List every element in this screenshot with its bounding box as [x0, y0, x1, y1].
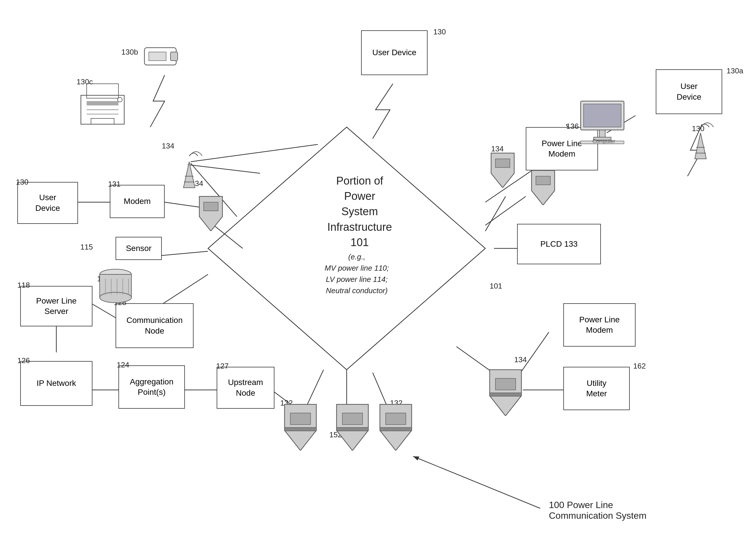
- svg-point-34: [117, 97, 122, 102]
- svg-rect-35: [91, 118, 114, 124]
- user-device-left: UserDevice: [17, 182, 78, 224]
- transceiver-right-top1: [488, 150, 517, 188]
- ref-130-left: 130: [16, 178, 28, 186]
- printer-130c: [75, 78, 133, 130]
- svg-marker-53: [491, 153, 514, 188]
- transceiver-bottom-right1: [376, 402, 416, 451]
- wireless-tower-134-center: [170, 139, 208, 190]
- svg-rect-58: [290, 413, 311, 425]
- device-130b: [142, 42, 182, 71]
- ref-130a: 130a: [726, 66, 743, 75]
- modem-box: Modem: [110, 185, 165, 218]
- sub-text: (e.g.,MV power line 110;LV power line 11…: [295, 251, 419, 296]
- ref-118: 118: [17, 281, 30, 290]
- svg-rect-68: [490, 393, 521, 396]
- computer-130a: Computer: [575, 98, 633, 144]
- svg-line-24: [191, 144, 318, 162]
- svg-line-15: [485, 197, 506, 231]
- svg-line-28: [413, 456, 540, 508]
- transceiver-154: [485, 367, 526, 416]
- svg-point-71: [100, 292, 131, 303]
- transceiver-left: [197, 194, 225, 231]
- transceiver-bottom-left: [280, 402, 321, 451]
- cylinder-135: [95, 266, 136, 306]
- bottom-system-label: 100 Power LineCommunication System: [549, 500, 647, 521]
- svg-rect-64: [386, 413, 406, 425]
- svg-rect-47: [599, 130, 605, 137]
- user-device-top-center: User Device: [361, 30, 427, 75]
- svg-rect-62: [337, 427, 368, 431]
- ip-network-box: IP Network: [20, 361, 93, 406]
- ref-130b: 130b: [121, 48, 138, 57]
- svg-rect-52: [204, 202, 218, 211]
- svg-marker-55: [531, 170, 555, 205]
- svg-marker-51: [199, 197, 222, 231]
- svg-rect-30: [87, 84, 118, 98]
- svg-line-16: [485, 197, 526, 225]
- svg-rect-38: [149, 52, 166, 61]
- transceiver-bottom-mid: [332, 402, 373, 451]
- svg-rect-54: [495, 159, 510, 168]
- ref-162: 162: [633, 361, 646, 371]
- ref-126: 126: [17, 356, 30, 365]
- upstream-node: UpstreamNode: [217, 367, 274, 409]
- svg-rect-61: [342, 413, 363, 425]
- plcd-box: PLCD 133: [517, 224, 601, 264]
- power-line-modem-bottom-right: Power LineModem: [563, 303, 635, 347]
- power-line-server: Power LineServer: [20, 286, 93, 326]
- diagram-container: User Device 130 UserDevice 130 UserDevic…: [0, 0, 756, 556]
- svg-marker-39: [183, 162, 195, 188]
- main-title: Portion ofPowerSystemInfrastructure101: [309, 173, 410, 250]
- ref-130-top: 130: [433, 28, 446, 36]
- ref-101: 101: [490, 282, 502, 290]
- sensor-box: Sensor: [115, 237, 162, 260]
- svg-marker-42: [695, 133, 706, 159]
- svg-rect-31: [87, 101, 118, 105]
- svg-text:Computer: Computer: [592, 138, 615, 144]
- user-device-right: UserDevice: [656, 69, 722, 114]
- ref-115: 115: [80, 243, 93, 251]
- ref-134-bottom-right: 134: [514, 355, 527, 364]
- ref-127: 127: [216, 361, 229, 371]
- svg-rect-65: [380, 427, 412, 431]
- svg-rect-59: [284, 427, 316, 431]
- svg-rect-56: [536, 176, 550, 185]
- svg-rect-37: [170, 52, 178, 61]
- communication-node: CommunicationNode: [115, 303, 194, 348]
- svg-rect-46: [584, 104, 621, 127]
- ref-131: 131: [108, 180, 121, 188]
- ref-124: 124: [117, 360, 129, 370]
- svg-rect-67: [495, 378, 516, 390]
- aggregation-point: AggregationPoint(s): [118, 366, 185, 409]
- utility-meter: UtilityMeter: [563, 367, 630, 410]
- wireless-tower-right-top: [682, 110, 719, 162]
- transceiver-right-top2: [529, 168, 557, 205]
